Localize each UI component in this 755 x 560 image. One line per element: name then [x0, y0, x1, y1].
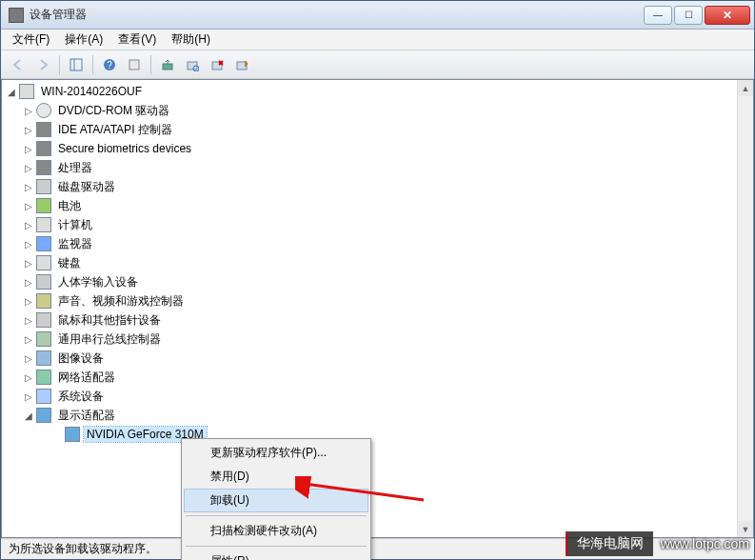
tree-item-label: 声音、视频和游戏控制器 [55, 292, 187, 310]
uninstall-button[interactable] [206, 53, 228, 76]
tree-item-label: 监视器 [55, 235, 95, 253]
tree-item[interactable]: ▷监视器 [2, 234, 753, 253]
window-title: 设备管理器 [30, 7, 642, 23]
expand-icon[interactable]: ▷ [23, 200, 34, 211]
tree-item-label: 磁盘驱动器 [55, 178, 118, 196]
tree-item[interactable]: ▷人体学输入设备 [2, 272, 753, 291]
device-category-icon [36, 141, 51, 156]
expand-icon[interactable]: ▷ [23, 238, 34, 250]
device-category-icon [36, 350, 51, 366]
cm-properties[interactable]: 属性(R) [184, 550, 368, 560]
expand-icon[interactable]: ▷ [23, 295, 34, 307]
tree-item-label: 显示适配器 [55, 407, 118, 425]
tree-item[interactable]: ▷系统设备 [2, 387, 753, 406]
update-driver-button[interactable] [156, 53, 179, 76]
status-text: 为所选设备卸载该驱动程序。 [9, 541, 157, 557]
menu-file[interactable]: 文件(F) [5, 29, 57, 50]
tree-item[interactable]: ▷通用串行总线控制器 [2, 330, 753, 349]
expand-icon[interactable]: ▷ [23, 219, 34, 230]
tree-item[interactable]: ▷IDE ATA/ATAPI 控制器 [2, 120, 753, 139]
tree-item[interactable]: ▷网络适配器 [2, 368, 753, 387]
tree-item[interactable]: ▷DVD/CD-ROM 驱动器 [2, 101, 753, 120]
expand-icon[interactable]: ▷ [23, 105, 34, 116]
collapse-icon[interactable]: ◢ [23, 410, 34, 421]
tree-item-label: 图像设备 [55, 350, 107, 368]
show-hide-tree-button[interactable] [65, 53, 88, 76]
disable-button[interactable] [230, 53, 253, 76]
device-category-icon [36, 198, 51, 213]
tree-item[interactable]: ▷处理器 [2, 158, 753, 177]
device-category-icon [36, 293, 51, 309]
watermark-url: www.lotpc.com [661, 536, 749, 551]
scan-hardware-button[interactable] [181, 53, 204, 76]
device-category-icon [36, 103, 51, 118]
cm-update-driver[interactable]: 更新驱动程序软件(P)... [184, 441, 368, 465]
tree-item[interactable]: ▷声音、视频和游戏控制器 [2, 291, 753, 310]
cm-separator [186, 546, 367, 547]
help-button[interactable]: ? [98, 53, 121, 76]
tree-item[interactable]: ▷图像设备 [2, 349, 753, 368]
menu-view[interactable]: 查看(V) [110, 29, 164, 50]
menu-help[interactable]: 帮助(H) [164, 29, 218, 50]
expand-icon[interactable]: ▷ [23, 124, 34, 135]
toolbar: ? [1, 50, 754, 79]
tree-item-label: 处理器 [55, 159, 95, 177]
tree-item-display-device[interactable]: NVIDIA GeForce 310M [2, 425, 753, 444]
tree-root[interactable]: ◢ WIN-20140226OUF [2, 82, 753, 101]
expand-icon[interactable]: ▷ [23, 143, 34, 154]
menu-action[interactable]: 操作(A) [57, 29, 110, 50]
tree-item-label: 键盘 [55, 254, 84, 272]
cm-separator [186, 515, 367, 516]
device-category-icon [36, 122, 51, 137]
expand-icon[interactable]: ▷ [23, 257, 34, 269]
device-category-icon [36, 370, 51, 385]
cm-scan-hardware[interactable]: 扫描检测硬件改动(A) [184, 519, 368, 543]
tree-item-label: DVD/CD-ROM 驱动器 [55, 102, 172, 120]
maximize-button[interactable]: ☐ [674, 6, 703, 25]
expand-icon[interactable]: ▷ [23, 333, 34, 345]
device-category-icon [36, 312, 51, 328]
properties-button[interactable] [123, 53, 146, 76]
tree-item[interactable]: ▷计算机 [2, 215, 753, 234]
expand-icon[interactable]: ▷ [23, 276, 34, 288]
svg-rect-5 [163, 64, 172, 70]
watermark: 华海电脑网 www.lotpc.com [566, 531, 749, 556]
tree-item[interactable]: ▷键盘 [2, 253, 753, 272]
titlebar: 设备管理器 — ☐ ✕ [1, 1, 754, 30]
close-button[interactable]: ✕ [705, 6, 750, 25]
toolbar-separator [59, 55, 60, 74]
expand-icon[interactable]: ▷ [23, 371, 34, 383]
cm-disable[interactable]: 禁用(D) [184, 465, 368, 489]
tree-item[interactable]: ▷电池 [2, 196, 753, 215]
device-category-icon [36, 331, 51, 347]
tree-item[interactable]: ◢显示适配器 [2, 406, 753, 425]
vertical-scrollbar[interactable]: ▲ ▼ [737, 80, 753, 537]
expand-icon[interactable]: ▷ [23, 314, 34, 326]
tree-item[interactable]: ▷鼠标和其他指针设备 [2, 310, 753, 330]
device-category-icon [36, 236, 51, 251]
tree-item-label: 鼠标和其他指针设备 [55, 311, 164, 330]
toolbar-separator [92, 55, 93, 74]
device-tree[interactable]: ◢ WIN-20140226OUF ▷DVD/CD-ROM 驱动器▷IDE AT… [2, 80, 753, 537]
tree-item-label: 网络适配器 [55, 369, 118, 387]
scroll-up-button[interactable]: ▲ [738, 80, 753, 96]
cm-uninstall[interactable]: 卸载(U) [184, 489, 368, 512]
context-menu: 更新驱动程序软件(P)... 禁用(D) 卸载(U) 扫描检测硬件改动(A) 属… [181, 438, 371, 560]
expand-icon[interactable]: ▷ [23, 181, 34, 192]
expand-icon[interactable]: ▷ [23, 390, 34, 402]
device-category-icon [36, 274, 51, 290]
minimize-button[interactable]: — [644, 6, 672, 25]
svg-text:?: ? [107, 60, 112, 70]
tree-item-label: IDE ATA/ATAPI 控制器 [55, 121, 175, 139]
tree-item[interactable]: ▷Secure biometrics devices [2, 139, 753, 158]
app-icon [9, 8, 24, 23]
device-manager-window: 设备管理器 — ☐ ✕ 文件(F) 操作(A) 查看(V) 帮助(H) ? ◢ … [0, 0, 755, 560]
client-area: ◢ WIN-20140226OUF ▷DVD/CD-ROM 驱动器▷IDE AT… [1, 79, 754, 538]
display-adapter-icon [65, 427, 80, 442]
expand-icon[interactable]: ▷ [23, 162, 34, 173]
expand-icon[interactable]: ▷ [23, 352, 34, 364]
collapse-icon[interactable]: ◢ [6, 86, 17, 97]
tree-item-label: 系统设备 [55, 388, 107, 406]
tree-item[interactable]: ▷磁盘驱动器 [2, 177, 753, 196]
computer-icon [19, 84, 34, 99]
